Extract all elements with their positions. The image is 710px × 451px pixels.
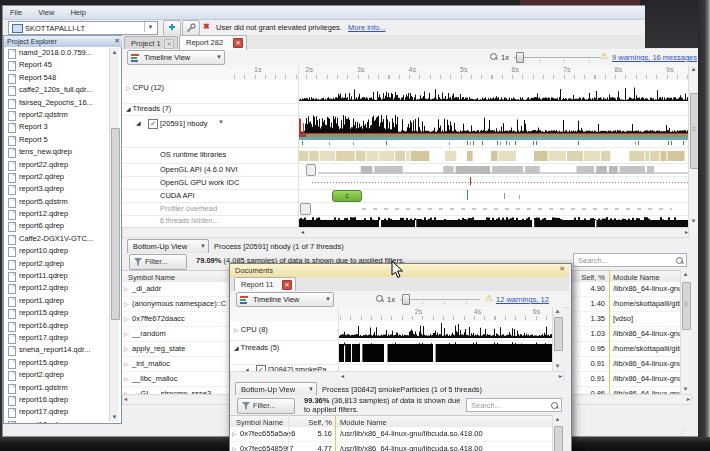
project-file-item[interactable]: report5.qdstrm xyxy=(4,196,121,208)
timeline-ruler[interactable]: 2s4s6s xyxy=(230,307,552,322)
zoom-slider[interactable] xyxy=(514,52,600,62)
scroll-left-icon[interactable]: ◂ xyxy=(301,228,304,235)
timeline-tracks[interactable]: ▷ CPU (12) ◢ Threads (7) ◢ ✓ [20591] nbo… xyxy=(122,80,688,227)
search-input[interactable]: Search... xyxy=(466,398,562,412)
col-self-pct[interactable]: Self, % xyxy=(292,418,332,427)
row-cuda-label[interactable]: CUDA API xyxy=(160,191,195,200)
expander-open-icon[interactable]: ◢ xyxy=(126,106,131,112)
project-file-item[interactable]: report11.qdrep xyxy=(4,270,121,282)
project-file-item[interactable]: report15.qdrep xyxy=(4,357,121,369)
scroll-left-icon[interactable]: ◂ xyxy=(341,372,344,379)
expander-collapsed-icon[interactable]: ▷ xyxy=(124,345,129,352)
zoom-slider[interactable] xyxy=(400,294,480,304)
project-file-item[interactable]: fairseq_2epochs_16... xyxy=(4,97,121,109)
col-symbol-name[interactable]: Symbol Name xyxy=(236,418,283,427)
project-file-item[interactable]: report18.qdrep xyxy=(4,419,121,424)
col-module-name[interactable]: Module Name xyxy=(613,273,660,282)
project-file-item[interactable]: caffe2_120s_full.qdr... xyxy=(4,84,121,96)
project-file-item[interactable]: report2.qdrep xyxy=(4,171,121,183)
thread-checkbox[interactable]: ✓ xyxy=(148,119,158,129)
project-file-item[interactable]: tens_new.qdrep xyxy=(4,146,121,158)
col-module-name[interactable]: Module Name xyxy=(340,418,387,427)
menu-help[interactable]: Help xyxy=(63,6,92,17)
scroll-up-icon[interactable]: ▲ xyxy=(553,415,562,424)
tab-close-icon[interactable]: ✕ xyxy=(233,38,243,48)
range-block[interactable] xyxy=(306,164,316,176)
menu-file[interactable]: File xyxy=(3,6,29,17)
timeline-hscrollbar[interactable]: ◂ ▸ xyxy=(122,227,690,238)
row-opengl-gpu-label[interactable]: OpenGL GPU work IDC xyxy=(160,178,239,187)
range-block[interactable] xyxy=(300,203,311,215)
filter-button[interactable]: Filter... xyxy=(129,254,187,270)
scroll-up-icon[interactable]: ▲ xyxy=(681,270,690,279)
view-selector-dropdown[interactable]: Timeline View ▼ xyxy=(127,50,225,65)
row-opengl-api-label[interactable]: OpenGL API (4.6.0 NVI xyxy=(160,165,238,174)
table-row[interactable]: ▷ 0x7fec655a5ae6 5.16 /usr/lib/x86_64-li… xyxy=(230,427,552,442)
project-file-item[interactable]: namd_2018.0.0.759... xyxy=(4,47,121,59)
close-icon[interactable]: ✕ xyxy=(559,265,565,273)
slider-thumb[interactable] xyxy=(402,294,410,305)
row-os-label[interactable]: OS runtime libraries xyxy=(160,150,226,159)
documents-floating-window[interactable]: Documents ✕ Report 11 ✕ Timeline View ▼ xyxy=(229,263,572,451)
project-file-item[interactable]: Report 45 xyxy=(4,59,121,71)
expander-collapsed-icon[interactable]: ▷ xyxy=(124,360,129,367)
project-list-scrollbar[interactable]: ▲ ▼ xyxy=(109,48,119,422)
timeline-vscrollbar[interactable]: ▲ ▼ xyxy=(552,307,563,371)
timeline-ruler[interactable]: 1s2s3s4s5s6s7s8s9s xyxy=(122,65,688,81)
project-file-item[interactable]: report16.qdrep xyxy=(4,394,121,406)
expander-open-icon[interactable]: ◢ xyxy=(234,345,239,351)
scroll-up-icon[interactable]: ▲ xyxy=(689,65,698,74)
close-icon[interactable]: ✕ xyxy=(114,37,120,45)
resize-grip[interactable]: ⋰ xyxy=(680,427,692,435)
project-file-item[interactable]: report15.qdrep xyxy=(4,307,121,319)
tab-report-11[interactable]: Report 11 ✕ xyxy=(234,277,296,292)
menu-view[interactable]: View xyxy=(31,6,61,17)
project-file-item[interactable]: report16.qdrep xyxy=(4,320,121,332)
pane-view-dropdown[interactable]: Bottom-Up View ▼ xyxy=(127,239,209,254)
project-file-item[interactable]: sneha_report14.qdr... xyxy=(4,344,121,356)
table-row[interactable]: ▷ 0x7fec654859f7 4.77 /usr/lib/x86_64-li… xyxy=(230,442,552,451)
cpu-activity-track[interactable] xyxy=(298,85,688,101)
scrollbar-thumb[interactable] xyxy=(554,317,563,351)
configure-button[interactable] xyxy=(182,20,200,36)
scroll-down-icon[interactable]: ▼ xyxy=(553,362,562,371)
project-file-item[interactable]: report2.qdrep xyxy=(4,258,121,270)
row-hidden-threads-label[interactable]: 6 threads hidden... xyxy=(160,217,218,224)
project-file-item[interactable]: Report 548 xyxy=(4,72,121,84)
project-file-item[interactable]: report1.qdstrm xyxy=(4,382,121,394)
expander-collapsed-icon[interactable]: ▷ xyxy=(124,375,129,382)
expander-collapsed-icon[interactable]: ▷ xyxy=(124,285,129,292)
expander-collapsed-icon[interactable]: ▷ xyxy=(232,445,237,451)
scroll-down-icon[interactable]: ▼ xyxy=(689,217,698,226)
hidden-threads-track[interactable] xyxy=(298,216,688,227)
project-file-item[interactable]: report12.qdrep xyxy=(4,282,121,294)
tab-project-1[interactable]: Project 1 ✕ xyxy=(124,36,178,49)
row-threads-label[interactable]: Threads (5) xyxy=(241,343,280,352)
gpu-work-track[interactable] xyxy=(312,182,688,183)
project-file-item[interactable]: report17.qdrep xyxy=(4,332,121,344)
opengl-api-track[interactable] xyxy=(318,164,688,175)
cpu-activity-track[interactable] xyxy=(338,323,552,338)
symbol-table[interactable]: ▷ 0x7fec655a5ae6 5.16 /usr/lib/x86_64-li… xyxy=(230,427,552,451)
scrollbar-thumb[interactable] xyxy=(554,426,563,451)
expander-collapsed-icon[interactable]: ▷ xyxy=(124,300,129,307)
project-file-item[interactable]: report1.qdrep xyxy=(4,295,121,307)
scrollbar-thumb[interactable]: ≡ xyxy=(682,282,691,330)
tab-close-icon[interactable]: ✕ xyxy=(282,280,292,290)
scroll-down-icon[interactable]: ▼ xyxy=(681,385,690,394)
project-file-item[interactable]: report2.qdrep xyxy=(4,369,121,381)
row-overhead-label[interactable]: Profiler overhead xyxy=(160,204,217,213)
scroll-down-icon[interactable]: ▼ xyxy=(110,413,119,422)
project-file-item[interactable]: report2.qdstrm xyxy=(4,109,121,121)
col-symbol-name[interactable]: Symbol Name xyxy=(128,273,175,282)
tab-close-icon[interactable]: ✕ xyxy=(164,39,174,49)
expander-collapsed-icon[interactable]: ▷ xyxy=(234,327,239,333)
cuda-range-block[interactable]: c xyxy=(332,190,362,202)
connect-button[interactable] xyxy=(163,20,181,36)
project-file-item[interactable]: report10.qdrep xyxy=(4,245,121,257)
os-runtime-track[interactable] xyxy=(298,148,688,162)
marker-track[interactable] xyxy=(298,141,688,146)
view-selector-dropdown[interactable]: Timeline View ▼ xyxy=(236,292,334,307)
table-vscrollbar[interactable]: ▲ ≡ ▼ xyxy=(680,270,691,394)
scroll-up-icon[interactable]: ▲ xyxy=(110,48,119,57)
